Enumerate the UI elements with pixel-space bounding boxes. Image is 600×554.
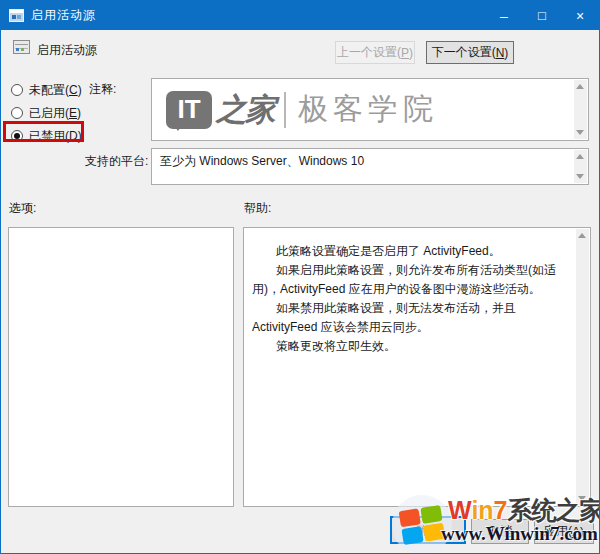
supported-on-label: 支持的平台: xyxy=(85,153,148,170)
scroll-down-icon[interactable] xyxy=(576,130,584,135)
titlebar[interactable]: 启用活动源 – □ × xyxy=(1,1,599,30)
scroll-up-icon[interactable] xyxy=(576,154,584,159)
supported-on-textbox[interactable]: 至少为 Windows Server、Windows 10 xyxy=(151,148,589,185)
radio-circle-icon xyxy=(11,84,23,96)
window-controls: – □ × xyxy=(485,1,599,30)
radio-label: 未配置(C) xyxy=(29,82,82,99)
gpedit-window-icon xyxy=(9,9,24,22)
ithome-watermark: IT 之家 极客学院 xyxy=(152,79,588,140)
supported-scrollbar[interactable] xyxy=(574,150,587,183)
cancel-button[interactable]: 取消 xyxy=(471,519,529,544)
options-pane xyxy=(8,227,234,507)
policy-setting-dialog: 启用活动源 – □ × 启用活动源 上一个设置(P) 下一个设置(N) 未配置(… xyxy=(0,0,600,554)
comment-label: 注释: xyxy=(89,81,116,98)
scroll-down-icon[interactable] xyxy=(576,174,584,179)
window-title: 启用活动源 xyxy=(31,7,96,24)
next-setting-button[interactable]: 下一个设置(N) xyxy=(426,41,514,64)
help-paragraph: 此策略设置确定是否启用了 ActivityFeed。 xyxy=(252,242,568,261)
scroll-up-icon[interactable] xyxy=(578,233,586,238)
close-button[interactable]: × xyxy=(561,1,599,30)
help-pane: 此策略设置确定是否启用了 ActivityFeed。 如果启用此策略设置，则允许… xyxy=(243,227,591,507)
radio-label: 已启用(E) xyxy=(29,105,81,122)
ok-button[interactable]: 确定 xyxy=(390,516,466,544)
help-label: 帮助: xyxy=(244,200,271,217)
options-label: 选项: xyxy=(9,200,36,217)
maximize-button[interactable]: □ xyxy=(523,1,561,30)
radio-enabled[interactable]: 已启用(E) xyxy=(11,105,81,121)
supported-on-value: 至少为 Windows Server、Windows 10 xyxy=(152,149,588,174)
policy-setting-icon xyxy=(13,40,30,54)
minimize-button[interactable]: – xyxy=(485,1,523,30)
radio-disabled[interactable]: 已禁用(D) xyxy=(11,128,82,144)
scroll-down-icon[interactable] xyxy=(578,496,586,501)
watermark-divider xyxy=(284,92,286,128)
help-scrollbar[interactable] xyxy=(576,229,589,505)
radio-circle-icon xyxy=(11,107,23,119)
radio-label: 已禁用(D) xyxy=(29,128,82,145)
comment-scrollbar[interactable] xyxy=(574,80,587,139)
geek-academy-text: 极客学院 xyxy=(298,89,438,130)
radio-circle-icon xyxy=(11,130,23,142)
apply-button[interactable]: 应用(A) xyxy=(534,519,594,544)
comment-textbox[interactable]: IT 之家 极客学院 xyxy=(151,78,589,141)
help-paragraph: 策略更改将立即生效。 xyxy=(252,337,568,356)
scroll-up-icon[interactable] xyxy=(576,84,584,89)
ithome-zhijia-text: 之家 xyxy=(216,89,274,131)
radio-not-configured[interactable]: 未配置(C) xyxy=(11,82,82,98)
help-text: 此策略设置确定是否启用了 ActivityFeed。 如果启用此策略设置，则允许… xyxy=(252,242,568,356)
ithome-logo-icon: IT xyxy=(166,91,212,129)
help-paragraph: 如果启用此策略设置，则允许发布所有活动类型(如适用)，ActivityFeed … xyxy=(252,261,568,299)
previous-setting-button[interactable]: 上一个设置(P) xyxy=(335,41,415,64)
policy-name: 启用活动源 xyxy=(37,42,97,59)
help-paragraph: 如果禁用此策略设置，则无法发布活动，并且 ActivityFeed 应该会禁用云… xyxy=(252,299,568,337)
